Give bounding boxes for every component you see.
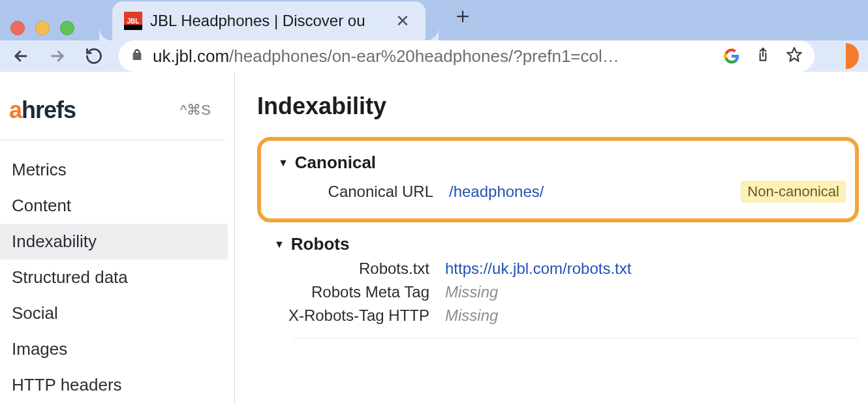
new-tab-button[interactable]: ＋ — [452, 1, 474, 31]
maximize-window-button[interactable] — [60, 21, 74, 35]
sidebar-item-indexability[interactable]: Indexability — [0, 224, 228, 260]
robots-section: ▼ Robots Robots.txthttps://uk.jbl.com/ro… — [257, 234, 859, 338]
sidebar-item-http-headers[interactable]: HTTP headers — [0, 367, 234, 403]
sidebar-item-content[interactable]: Content — [0, 188, 234, 224]
share-icon[interactable] — [754, 46, 771, 66]
sidebar-item-social[interactable]: Social — [0, 295, 234, 331]
divider — [294, 338, 859, 338]
canonical-url-value[interactable]: /headphones/ — [449, 183, 544, 201]
brand-logo: ahrefs — [9, 97, 76, 124]
forward-button[interactable] — [46, 44, 69, 68]
minimize-window-button[interactable] — [35, 21, 50, 35]
url-path: /headphones/on-ear%20headphones/?prefn1=… — [229, 46, 619, 66]
sidebar: ahrefs ^⌘S MetricsContentIndexabilityStr… — [0, 72, 235, 403]
sidebar-item-images[interactable]: Images — [0, 331, 234, 367]
canonical-heading[interactable]: ▼ Canonical — [278, 153, 846, 173]
sidebar-item-metrics[interactable]: Metrics — [0, 152, 234, 188]
browser-tab[interactable]: JBL JBL Headphones | Discover ou ✕ — [112, 1, 426, 40]
robots-row-label: Robots.txt — [274, 260, 445, 278]
chevron-down-icon: ▼ — [274, 239, 285, 250]
robots-row-value[interactable]: https://uk.jbl.com/robots.txt — [445, 260, 631, 278]
lock-icon — [131, 48, 144, 64]
shortcut-label: ^⌘S — [180, 102, 211, 119]
close-tab-icon[interactable]: ✕ — [392, 11, 414, 31]
robots-row-label: Robots Meta Tag — [274, 283, 445, 301]
robots-row-value: Missing — [445, 306, 498, 325]
robots-heading[interactable]: ▼ Robots — [274, 234, 859, 254]
browser-toolbar: uk.jbl.com/headphones/on-ear%20headphone… — [0, 40, 868, 72]
chevron-down-icon: ▼ — [278, 157, 288, 169]
page-title: Indexability — [257, 93, 859, 120]
reload-button[interactable] — [82, 44, 106, 68]
robots-row-label: X-Robots-Tag HTTP — [274, 306, 445, 325]
tab-favicon: JBL — [124, 12, 142, 30]
sidebar-item-structured-data[interactable]: Structured data — [0, 260, 234, 295]
titlebar: JBL JBL Headphones | Discover ou ✕ ＋ — [0, 0, 868, 40]
non-canonical-badge: Non-canonical — [741, 181, 846, 203]
google-icon[interactable] — [723, 48, 740, 65]
star-icon[interactable] — [786, 46, 803, 66]
tab-title: JBL Headphones | Discover ou — [150, 12, 384, 30]
url-host: uk.jbl.com — [153, 46, 229, 66]
back-button[interactable] — [9, 44, 33, 68]
window-controls — [10, 21, 74, 35]
close-window-button[interactable] — [10, 21, 25, 35]
profile-avatar[interactable] — [833, 43, 859, 69]
robots-row-value: Missing — [445, 283, 498, 301]
canonical-section: ▼ Canonical Canonical URL /headphones/ N… — [257, 137, 859, 222]
canonical-url-label: Canonical URL — [278, 183, 449, 201]
url-text: uk.jbl.com/headphones/on-ear%20headphone… — [153, 46, 707, 67]
address-bar[interactable]: uk.jbl.com/headphones/on-ear%20headphone… — [119, 40, 814, 72]
